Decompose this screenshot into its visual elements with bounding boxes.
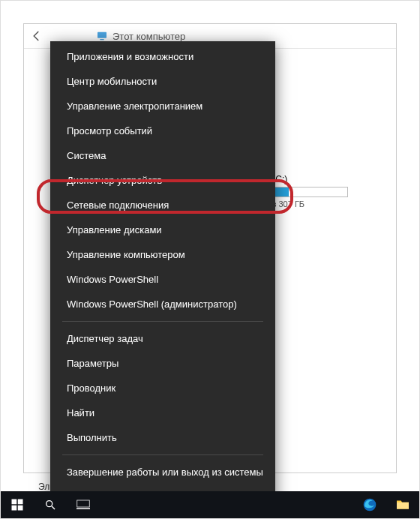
winx-item-label: Найти [67, 407, 94, 418]
winx-item-a-7[interactable]: Управление дисками [50, 218, 275, 242]
winx-item-label: Windows PowerShell (администратор) [67, 298, 237, 310]
winx-item-a-1[interactable]: Центр мобильности [50, 69, 275, 94]
winx-item-label: Сетевые подключения [67, 200, 169, 211]
winx-item-label: Приложения и возможности [67, 51, 194, 62]
svg-rect-8 [77, 500, 90, 507]
search-icon [44, 499, 56, 511]
winx-item-a-3[interactable]: Просмотр событий [50, 118, 275, 143]
this-pc-icon [96, 30, 108, 42]
winx-item-label: Система [67, 150, 106, 161]
winx-item-label: Управление компьютером [67, 249, 185, 260]
svg-line-7 [52, 506, 55, 509]
edge-taskbar-button[interactable] [353, 491, 386, 518]
menu-separator [62, 454, 263, 455]
svg-rect-0 [98, 32, 106, 38]
explorer-taskbar-button[interactable] [386, 491, 419, 518]
winx-item-label: Диспетчер устройств [67, 175, 162, 186]
screenshot-frame: Этот компьютер иск (C:) но из 307 ГБ Эл … [0, 0, 420, 519]
menu-separator [62, 321, 263, 322]
svg-rect-2 [12, 500, 17, 505]
edge-icon [362, 497, 377, 512]
winx-item-label: Просмотр событий [67, 125, 152, 136]
back-arrow-icon[interactable] [30, 29, 44, 43]
winx-item-a-10[interactable]: Windows PowerShell (администратор) [50, 292, 275, 316]
winx-item-a-8[interactable]: Управление компьютером [50, 242, 275, 267]
taskbar [1, 491, 419, 518]
winx-item-label: Завершение работы или выход из системы [67, 466, 263, 478]
winx-item-a-4[interactable]: Система [50, 143, 275, 168]
winx-item-a-5[interactable]: Диспетчер устройств [50, 168, 275, 193]
svg-rect-9 [76, 508, 90, 510]
svg-rect-4 [12, 506, 17, 511]
winx-item-label: Проводник [67, 382, 116, 394]
windows-logo-icon [10, 498, 24, 512]
svg-rect-3 [18, 500, 23, 505]
winx-item-label: Центр мобильности [67, 76, 157, 87]
winx-item-a-9[interactable]: Windows PowerShell [50, 267, 275, 292]
svg-rect-11 [397, 502, 409, 509]
winx-item-label: Диспетчер задач [67, 333, 143, 344]
winx-item-b-0[interactable]: Диспетчер задач [50, 326, 275, 351]
svg-rect-1 [100, 39, 104, 40]
winx-item-a-6[interactable]: Сетевые подключения [50, 193, 275, 218]
search-button[interactable] [34, 491, 67, 518]
folder-icon [395, 499, 410, 511]
winx-menu: Приложения и возможностиЦентр мобильност… [50, 41, 275, 512]
svg-point-6 [46, 501, 52, 507]
task-view-button[interactable] [67, 491, 100, 518]
winx-item-label: Управление электропитанием [67, 100, 202, 112]
winx-item-label: Windows PowerShell [67, 274, 158, 285]
winx-item-c-0[interactable]: Завершение работы или выход из системы [50, 460, 275, 484]
task-view-icon [76, 500, 90, 510]
winx-item-label: Параметры [67, 358, 118, 369]
winx-item-b-4[interactable]: Выполнить [50, 425, 275, 450]
winx-item-label: Управление дисками [67, 224, 162, 236]
winx-item-b-2[interactable]: Проводник [50, 376, 275, 400]
winx-item-b-3[interactable]: Найти [50, 400, 275, 425]
winx-item-a-2[interactable]: Управление электропитанием [50, 94, 275, 118]
svg-rect-5 [18, 506, 23, 511]
explorer-title: Этот компьютер [112, 31, 185, 42]
winx-item-label: Выполнить [67, 432, 117, 443]
winx-item-b-1[interactable]: Параметры [50, 351, 275, 376]
winx-item-a-0[interactable]: Приложения и возможности [50, 44, 275, 69]
status-bar-text: Эл [38, 482, 50, 492]
start-button[interactable] [1, 491, 34, 518]
